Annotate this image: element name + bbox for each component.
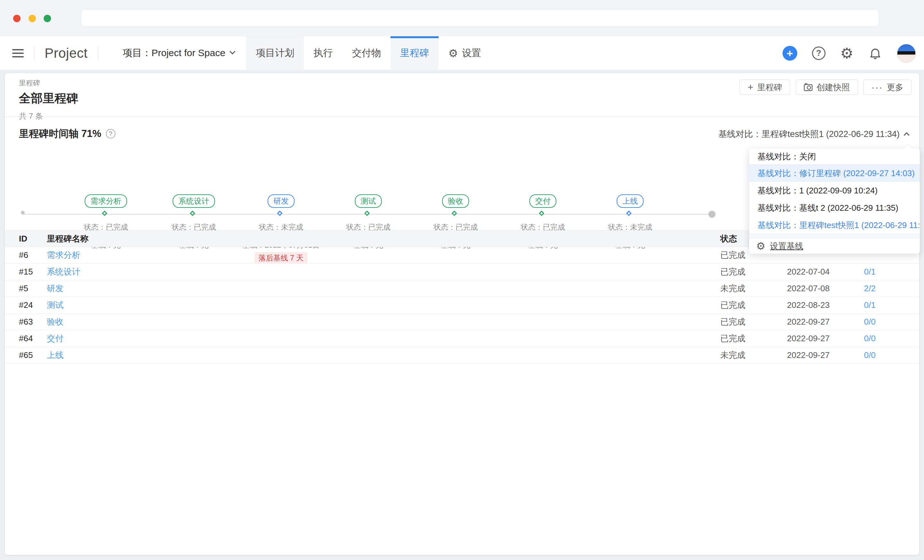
chevron-down-icon	[230, 48, 236, 54]
browser-chrome	[0, 0, 924, 36]
nav-icon-group: + ? ⚙	[783, 44, 916, 63]
milestone-fraction-link[interactable]: 0/1	[864, 267, 876, 277]
dropdown-item-baseline-t2[interactable]: 基线对比：基线t 2 (2022-06-29 11:35)	[749, 199, 920, 217]
add-milestone-button[interactable]: + 里程碑	[740, 79, 790, 95]
window-minimize-button[interactable]	[28, 15, 36, 22]
dropdown-item-baseline-off[interactable]: 基线对比：关闭	[749, 148, 920, 165]
plus-icon: +	[747, 82, 753, 92]
tab-label: 交付物	[352, 46, 381, 60]
create-snapshot-button[interactable]: 创建快照	[796, 79, 858, 95]
milestone-date: 2022-09-27	[787, 350, 864, 360]
timeline-help-icon[interactable]: ?	[106, 129, 116, 139]
milestone-pill[interactable]: 系统设计	[172, 195, 215, 208]
milestone-name-link[interactable]: 需求分析	[47, 250, 80, 260]
more-button[interactable]: ··· 更多	[863, 79, 912, 95]
tab-execute[interactable]: 执行	[304, 36, 342, 70]
milestone-fraction-link[interactable]: 0/0	[864, 334, 876, 343]
top-nav: Project 项目：Project for Space 项目计划 执行 交付物…	[0, 36, 924, 70]
milestone-name-link[interactable]: 测试	[47, 300, 63, 310]
header-actions: + 里程碑 创建快照 ··· 更多	[740, 79, 912, 95]
help-icon: ?	[816, 48, 821, 58]
milestone-status: 已完成	[720, 316, 787, 328]
add-milestone-label: 里程碑	[757, 82, 782, 93]
bell-icon	[868, 46, 882, 60]
milestone-id: #65	[5, 350, 47, 360]
table-row: #5 研发 未完成 2022-07-08 2/2	[5, 280, 919, 297]
dropdown-item-baseline-1[interactable]: 基线对比：1 (2022-09-09 10:24)	[749, 182, 920, 199]
timeline-start-dot	[21, 211, 25, 214]
gear-icon: ⚙	[448, 48, 458, 59]
set-baseline-label: 设置基线	[770, 241, 803, 252]
milestone-pill[interactable]: 研发	[268, 195, 294, 208]
milestone-date: 2022-09-27	[787, 334, 864, 343]
milestone-status: 已完成	[720, 299, 787, 311]
milestone-pill[interactable]: 需求分析	[85, 195, 127, 208]
notifications-button[interactable]	[868, 46, 882, 60]
chevron-up-icon	[903, 132, 909, 138]
milestone-id: #6	[5, 250, 47, 260]
milestone-name-link[interactable]: 验收	[47, 317, 63, 326]
set-baseline-button[interactable]: ⚙ 设置基线	[749, 238, 920, 254]
column-header-name: 里程碑名称	[47, 233, 720, 244]
help-glyph: ?	[109, 130, 112, 138]
milestone-fraction-link[interactable]: 0/0	[864, 317, 876, 326]
milestone-id: #64	[5, 334, 47, 343]
milestone-pill[interactable]: 验收	[442, 195, 469, 208]
nav-divider	[98, 46, 98, 61]
tab-deliverable[interactable]: 交付物	[342, 36, 390, 70]
milestone-pill[interactable]: 测试	[355, 195, 382, 208]
milestone-name-link[interactable]: 系统设计	[47, 267, 80, 277]
milestone-id: #15	[5, 267, 47, 277]
tab-project-plan[interactable]: 项目计划	[246, 36, 304, 70]
table-row: #64 交付 已完成 2022-09-27 0/0	[5, 330, 919, 347]
app-logo: Project	[45, 46, 88, 61]
help-button[interactable]: ?	[812, 46, 825, 60]
tab-settings[interactable]: ⚙ 设置	[439, 36, 490, 70]
milestone-name-link[interactable]: 研发	[47, 283, 63, 293]
tab-label: 里程碑	[400, 46, 429, 60]
settings-button[interactable]: ⚙	[840, 46, 854, 61]
address-bar[interactable]	[81, 10, 879, 26]
milestone-date: 2022-08-23	[787, 300, 864, 310]
milestone-id: #24	[5, 300, 47, 310]
avatar[interactable]	[897, 44, 916, 63]
window-close-button[interactable]	[13, 15, 21, 22]
timeline-title: 里程碑时间轴 71%	[19, 127, 101, 141]
project-selector[interactable]: 项目：Project for Space	[123, 46, 234, 60]
ellipsis-icon: ···	[872, 82, 883, 92]
dropdown-item-baseline-revision[interactable]: 基线对比：修订里程碑 (2022-09-27 14:03)	[749, 165, 920, 182]
milestone-fraction-link[interactable]: 2/2	[864, 283, 876, 293]
window-zoom-button[interactable]	[44, 15, 51, 22]
more-label: 更多	[887, 82, 903, 93]
create-button[interactable]: +	[783, 46, 797, 61]
milestone-card: 里程碑 全部里程碑 共 7 条 + 里程碑 创建快照 ···	[5, 73, 919, 555]
milestone-pill[interactable]: 交付	[530, 195, 556, 208]
dropdown-item-baseline-snapshot1[interactable]: 基线对比：里程碑test快照1 (2022-06-29 11:34)✓	[749, 217, 920, 234]
project-selector-label: 项目：Project for Space	[123, 46, 225, 60]
milestone-name-link[interactable]: 上线	[47, 350, 63, 360]
milestone-name-link[interactable]: 交付	[47, 334, 63, 343]
milestone-status: 未完成	[720, 350, 787, 361]
create-snapshot-label: 创建快照	[816, 82, 850, 93]
timeline-end-dot	[708, 211, 716, 218]
milestone-date: 2022-07-04	[787, 267, 864, 277]
tab-label: 项目计划	[256, 46, 294, 60]
tab-milestone[interactable]: 里程碑	[390, 36, 439, 70]
milestone-status: 已完成	[720, 333, 787, 344]
milestone-pill[interactable]: 上线	[616, 195, 644, 208]
card-header: 里程碑 全部里程碑 共 7 条 + 里程碑 创建快照 ···	[5, 73, 919, 117]
nav-tabs: 项目计划 执行 交付物 里程碑 ⚙ 设置	[246, 36, 490, 70]
gear-icon: ⚙	[756, 241, 765, 251]
column-header-id: ID	[5, 234, 47, 244]
baseline-compare-dropdown: 基线对比：关闭 基线对比：修订里程碑 (2022-09-27 14:03) 基线…	[749, 148, 920, 254]
baseline-compare-selector[interactable]: 基线对比：里程碑test快照1 (2022-06-29 11:34)	[718, 128, 910, 140]
hamburger-menu-icon[interactable]	[12, 49, 24, 57]
tab-label: 设置	[462, 46, 481, 60]
camera-icon	[804, 83, 813, 91]
milestone-fraction-link[interactable]: 0/1	[864, 300, 876, 310]
milestone-fraction-link[interactable]: 0/0	[864, 350, 876, 360]
milestone-date: 2022-07-08	[787, 283, 864, 293]
page-background: 里程碑 全部里程碑 共 7 条 + 里程碑 创建快照 ···	[0, 70, 924, 560]
baseline-compare-label: 基线对比：里程碑test快照1 (2022-06-29 11:34)	[718, 128, 900, 140]
dropdown-item-label: 基线对比：里程碑test快照1 (2022-06-29 11:34)	[758, 220, 920, 230]
